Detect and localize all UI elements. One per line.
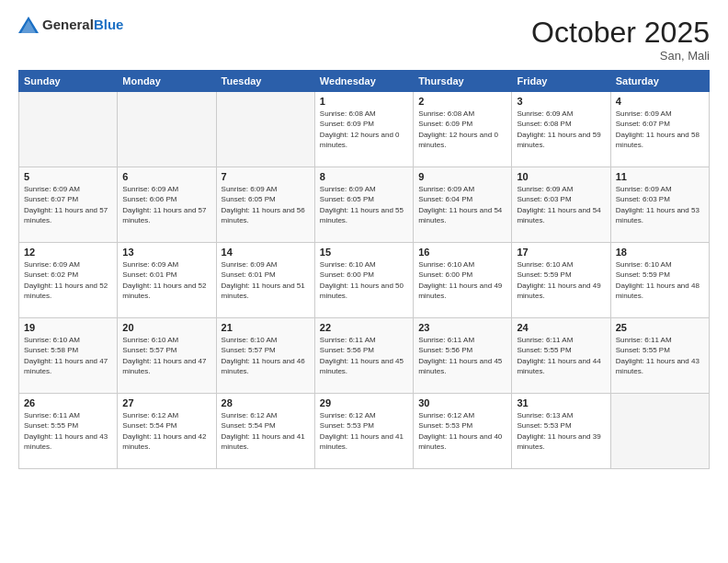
logo-blue: Blue xyxy=(94,17,124,32)
day-info: Sunrise: 6:08 AM Sunset: 6:09 PM Dayligh… xyxy=(320,109,408,150)
calendar-cell xyxy=(216,92,314,167)
calendar-cell: 27Sunrise: 6:12 AM Sunset: 5:54 PM Dayli… xyxy=(118,394,216,469)
day-number: 7 xyxy=(222,171,310,182)
logo-icon xyxy=(18,17,39,33)
calendar-week-3: 12Sunrise: 6:09 AM Sunset: 6:02 PM Dayli… xyxy=(19,243,710,318)
day-info: Sunrise: 6:09 AM Sunset: 6:04 PM Dayligh… xyxy=(418,184,506,225)
calendar-cell: 29Sunrise: 6:12 AM Sunset: 5:53 PM Dayli… xyxy=(314,394,413,469)
day-number: 18 xyxy=(616,247,704,258)
day-number: 31 xyxy=(517,397,605,408)
calendar-cell: 22Sunrise: 6:11 AM Sunset: 5:56 PM Dayli… xyxy=(314,318,413,394)
day-number: 24 xyxy=(517,322,605,333)
calendar-cell: 30Sunrise: 6:12 AM Sunset: 5:53 PM Dayli… xyxy=(414,394,512,469)
calendar-cell: 15Sunrise: 6:10 AM Sunset: 6:00 PM Dayli… xyxy=(314,243,413,318)
day-info: Sunrise: 6:11 AM Sunset: 5:55 PM Dayligh… xyxy=(24,410,112,452)
day-info: Sunrise: 6:12 AM Sunset: 5:53 PM Dayligh… xyxy=(418,410,506,452)
day-info: Sunrise: 6:11 AM Sunset: 5:56 PM Dayligh… xyxy=(418,335,506,376)
day-info: Sunrise: 6:09 AM Sunset: 6:08 PM Dayligh… xyxy=(517,109,605,150)
day-info: Sunrise: 6:09 AM Sunset: 6:03 PM Dayligh… xyxy=(616,184,704,225)
day-number: 19 xyxy=(24,322,112,333)
calendar-cell: 24Sunrise: 6:11 AM Sunset: 5:55 PM Dayli… xyxy=(512,318,610,394)
day-info: Sunrise: 6:09 AM Sunset: 6:01 PM Dayligh… xyxy=(122,259,210,301)
weekday-header-saturday: Saturday xyxy=(610,71,709,92)
day-info: Sunrise: 6:10 AM Sunset: 5:58 PM Dayligh… xyxy=(24,335,112,376)
day-number: 27 xyxy=(122,397,210,408)
calendar-cell: 11Sunrise: 6:09 AM Sunset: 6:03 PM Dayli… xyxy=(610,167,709,243)
day-number: 29 xyxy=(320,397,408,408)
day-number: 21 xyxy=(222,322,310,333)
calendar-cell: 19Sunrise: 6:10 AM Sunset: 5:58 PM Dayli… xyxy=(19,318,118,394)
calendar-cell: 1Sunrise: 6:08 AM Sunset: 6:09 PM Daylig… xyxy=(314,92,413,167)
day-info: Sunrise: 6:08 AM Sunset: 6:09 PM Dayligh… xyxy=(418,109,506,150)
calendar-cell: 10Sunrise: 6:09 AM Sunset: 6:03 PM Dayli… xyxy=(512,167,610,243)
day-number: 9 xyxy=(418,171,506,182)
day-number: 8 xyxy=(320,171,408,182)
day-info: Sunrise: 6:13 AM Sunset: 5:53 PM Dayligh… xyxy=(517,410,605,452)
day-info: Sunrise: 6:10 AM Sunset: 6:00 PM Dayligh… xyxy=(418,259,506,301)
day-number: 3 xyxy=(517,96,605,107)
day-number: 20 xyxy=(122,322,210,333)
day-info: Sunrise: 6:09 AM Sunset: 6:05 PM Dayligh… xyxy=(222,184,310,225)
calendar-cell: 21Sunrise: 6:10 AM Sunset: 5:57 PM Dayli… xyxy=(216,318,314,394)
day-info: Sunrise: 6:10 AM Sunset: 5:59 PM Dayligh… xyxy=(616,259,704,301)
day-info: Sunrise: 6:10 AM Sunset: 5:57 PM Dayligh… xyxy=(222,335,310,376)
day-info: Sunrise: 6:10 AM Sunset: 5:57 PM Dayligh… xyxy=(122,335,210,376)
weekday-header-tuesday: Tuesday xyxy=(216,71,314,92)
calendar-cell: 13Sunrise: 6:09 AM Sunset: 6:01 PM Dayli… xyxy=(118,243,216,318)
calendar-table: SundayMondayTuesdayWednesdayThursdayFrid… xyxy=(18,70,710,469)
day-number: 5 xyxy=(24,171,112,182)
day-info: Sunrise: 6:09 AM Sunset: 6:07 PM Dayligh… xyxy=(616,109,704,150)
calendar-cell: 8Sunrise: 6:09 AM Sunset: 6:05 PM Daylig… xyxy=(314,167,413,243)
calendar-cell: 7Sunrise: 6:09 AM Sunset: 6:05 PM Daylig… xyxy=(216,167,314,243)
day-number: 23 xyxy=(418,322,506,333)
calendar-cell: 2Sunrise: 6:08 AM Sunset: 6:09 PM Daylig… xyxy=(414,92,512,167)
calendar-cell: 26Sunrise: 6:11 AM Sunset: 5:55 PM Dayli… xyxy=(19,394,118,469)
calendar-cell: 31Sunrise: 6:13 AM Sunset: 5:53 PM Dayli… xyxy=(512,394,610,469)
logo: GeneralBlue xyxy=(18,17,123,33)
day-info: Sunrise: 6:11 AM Sunset: 5:55 PM Dayligh… xyxy=(517,335,605,376)
weekday-header-friday: Friday xyxy=(512,71,610,92)
day-number: 25 xyxy=(616,322,704,333)
calendar-cell: 14Sunrise: 6:09 AM Sunset: 6:01 PM Dayli… xyxy=(216,243,314,318)
weekday-header-thursday: Thursday xyxy=(414,71,512,92)
day-info: Sunrise: 6:09 AM Sunset: 6:06 PM Dayligh… xyxy=(122,184,210,225)
calendar-cell: 9Sunrise: 6:09 AM Sunset: 6:04 PM Daylig… xyxy=(414,167,512,243)
day-info: Sunrise: 6:12 AM Sunset: 5:53 PM Dayligh… xyxy=(320,410,408,452)
day-info: Sunrise: 6:12 AM Sunset: 5:54 PM Dayligh… xyxy=(222,410,310,452)
day-number: 22 xyxy=(320,322,408,333)
calendar-cell: 5Sunrise: 6:09 AM Sunset: 6:07 PM Daylig… xyxy=(19,167,118,243)
day-number: 4 xyxy=(616,96,704,107)
day-number: 17 xyxy=(517,247,605,258)
calendar-cell: 23Sunrise: 6:11 AM Sunset: 5:56 PM Dayli… xyxy=(414,318,512,394)
day-info: Sunrise: 6:09 AM Sunset: 6:05 PM Dayligh… xyxy=(320,184,408,225)
day-number: 26 xyxy=(24,397,112,408)
calendar-cell: 17Sunrise: 6:10 AM Sunset: 5:59 PM Dayli… xyxy=(512,243,610,318)
calendar-cell: 3Sunrise: 6:09 AM Sunset: 6:08 PM Daylig… xyxy=(512,92,610,167)
title-area: October 2025 San, Mali xyxy=(531,17,710,63)
month-title: October 2025 xyxy=(531,17,710,49)
location: San, Mali xyxy=(531,49,710,63)
day-info: Sunrise: 6:11 AM Sunset: 5:55 PM Dayligh… xyxy=(616,335,704,376)
day-info: Sunrise: 6:09 AM Sunset: 6:01 PM Dayligh… xyxy=(222,259,310,301)
calendar-week-5: 26Sunrise: 6:11 AM Sunset: 5:55 PM Dayli… xyxy=(19,394,710,469)
day-number: 11 xyxy=(616,171,704,182)
day-number: 14 xyxy=(222,247,310,258)
day-info: Sunrise: 6:12 AM Sunset: 5:54 PM Dayligh… xyxy=(122,410,210,452)
calendar-cell xyxy=(610,394,709,469)
day-number: 30 xyxy=(418,397,506,408)
calendar-cell: 12Sunrise: 6:09 AM Sunset: 6:02 PM Dayli… xyxy=(19,243,118,318)
day-number: 12 xyxy=(24,247,112,258)
day-number: 6 xyxy=(122,171,210,182)
day-number: 13 xyxy=(122,247,210,258)
day-number: 2 xyxy=(418,96,506,107)
calendar-cell: 28Sunrise: 6:12 AM Sunset: 5:54 PM Dayli… xyxy=(216,394,314,469)
calendar-cell: 20Sunrise: 6:10 AM Sunset: 5:57 PM Dayli… xyxy=(118,318,216,394)
calendar-cell xyxy=(19,92,118,167)
weekday-header-monday: Monday xyxy=(118,71,216,92)
calendar-cell xyxy=(118,92,216,167)
weekday-header-wednesday: Wednesday xyxy=(314,71,413,92)
day-info: Sunrise: 6:10 AM Sunset: 6:00 PM Dayligh… xyxy=(320,259,408,301)
day-number: 10 xyxy=(517,171,605,182)
calendar-cell: 4Sunrise: 6:09 AM Sunset: 6:07 PM Daylig… xyxy=(610,92,709,167)
calendar-cell: 6Sunrise: 6:09 AM Sunset: 6:06 PM Daylig… xyxy=(118,167,216,243)
